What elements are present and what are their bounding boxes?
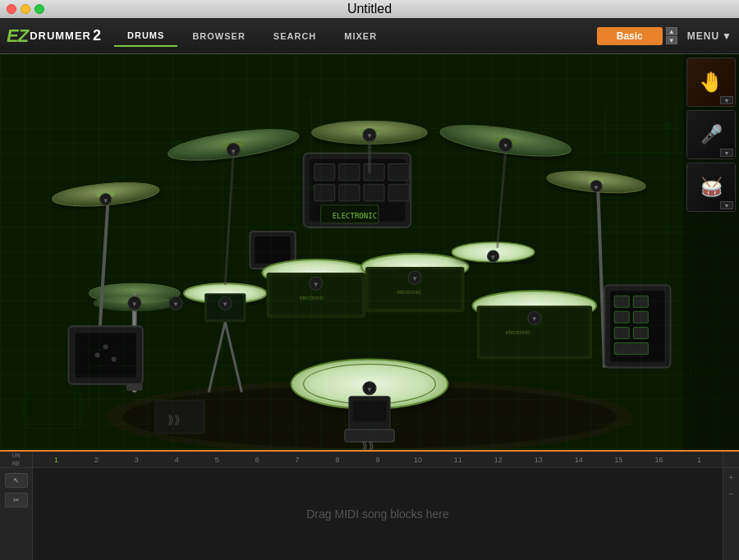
preset-name[interactable]: Basic <box>597 27 663 45</box>
tab-search[interactable]: SEARCH <box>260 25 329 47</box>
logo: EZ DRUMMER 2 <box>7 25 101 47</box>
mic-arrow[interactable]: ▼ <box>720 149 733 157</box>
svg-point-10 <box>176 140 181 146</box>
hand-arrow[interactable]: ▼ <box>720 96 733 104</box>
drum-area: 075 <box>0 54 739 450</box>
tambourine-arrow[interactable]: ▼ <box>720 201 733 209</box>
preset-arrows: ▲ ▼ <box>666 27 677 44</box>
window-title: Untitled <box>347 2 392 16</box>
header: EZ DRUMMER 2 DRUMS BROWSER SEARCH MIXER … <box>0 18 739 54</box>
tab-drums[interactable]: DRUMS <box>114 25 177 47</box>
svg-point-11 <box>309 185 314 190</box>
svg-rect-15 <box>22 402 26 406</box>
hand-thumbnail[interactable]: 🤚 ▼ <box>686 57 736 107</box>
circuit-background: 075 <box>0 54 739 450</box>
seq-timeline: 1 2 3 4 5 6 7 8 9 10 11 12 13 14 15 16 1 <box>33 452 723 467</box>
svg-point-12 <box>665 122 671 128</box>
drag-midi-text: Drag MIDI song blocks here <box>306 507 449 521</box>
seq-top-row: UNRE 1 2 3 4 5 6 7 8 9 10 11 12 13 14 <box>0 452 739 468</box>
svg-rect-16 <box>22 411 26 415</box>
timeline-numbers: 1 2 3 4 5 6 7 8 9 10 11 12 13 14 15 16 1 <box>36 456 719 464</box>
svg-rect-14 <box>605 108 677 152</box>
logo-version: 2 <box>93 27 101 44</box>
close-button[interactable] <box>7 4 16 14</box>
right-panel: 🤚 ▼ 🎤 ▼ 🥁 ▼ <box>683 54 739 450</box>
seq-tools: ↖ ✂ <box>0 468 33 560</box>
seq-main: ↖ ✂ Drag MIDI song blocks here + − <box>0 468 739 560</box>
scissor-tool[interactable]: ✂ <box>5 493 28 507</box>
traffic-lights <box>7 4 44 14</box>
preset-up[interactable]: ▲ <box>666 27 677 35</box>
seq-undo-redo: UNRE <box>0 452 33 467</box>
preset-area: Basic ▲ ▼ MENU ▼ <box>597 27 732 45</box>
mic-thumbnail[interactable]: 🎤 ▼ <box>686 110 736 159</box>
titlebar: Untitled <box>0 0 739 18</box>
preset-down[interactable]: ▼ <box>666 36 677 44</box>
seq-content[interactable]: Drag MIDI song blocks here <box>33 468 723 560</box>
seq-zoom-top <box>723 452 739 467</box>
sequencer: UNRE 1 2 3 4 5 6 7 8 9 10 11 12 13 14 <box>0 450 739 560</box>
svg-rect-18 <box>80 411 85 415</box>
select-tool[interactable]: ↖ <box>5 473 28 488</box>
zoom-in-button[interactable]: + <box>725 471 738 483</box>
svg-rect-13 <box>27 392 80 428</box>
nav-tabs: DRUMS BROWSER SEARCH MIXER <box>114 25 390 47</box>
seq-zoom-controls: + − <box>723 468 739 560</box>
minimize-button[interactable] <box>21 4 30 14</box>
logo-ez: EZ <box>7 25 28 47</box>
zoom-out-button[interactable]: − <box>725 488 738 499</box>
tab-mixer[interactable]: MIXER <box>331 25 390 47</box>
tambourine-thumbnail[interactable]: 🥁 ▼ <box>686 163 736 212</box>
tab-browser[interactable]: BROWSER <box>179 25 258 47</box>
logo-drummer: DRUMMER <box>30 30 91 42</box>
svg-rect-17 <box>80 402 85 406</box>
maximize-button[interactable] <box>34 4 44 14</box>
menu-button[interactable]: MENU ▼ <box>687 30 732 42</box>
